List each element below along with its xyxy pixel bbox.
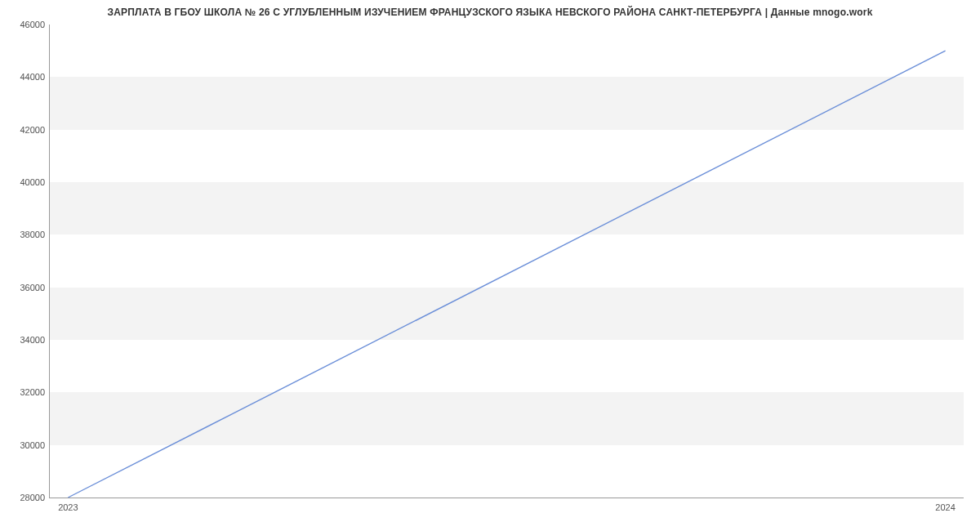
line-layer bbox=[50, 25, 964, 498]
chart-title: ЗАРПЛАТА В ГБОУ ШКОЛА № 26 С УГЛУБЛЕННЫМ… bbox=[0, 0, 980, 18]
y-tick-label: 32000 bbox=[20, 387, 50, 397]
y-tick-label: 44000 bbox=[20, 72, 50, 82]
y-tick-label: 36000 bbox=[20, 283, 50, 292]
y-tick-label: 38000 bbox=[20, 230, 50, 239]
y-tick-label: 46000 bbox=[20, 20, 50, 29]
data-line bbox=[68, 51, 945, 498]
y-tick-label: 28000 bbox=[20, 493, 50, 502]
y-tick-label: 40000 bbox=[20, 177, 50, 187]
y-tick-label: 30000 bbox=[20, 440, 50, 450]
y-tick-label: 34000 bbox=[20, 335, 50, 345]
x-tick-label: 2024 bbox=[935, 498, 955, 512]
y-tick-label: 42000 bbox=[20, 125, 50, 135]
chart-container: ЗАРПЛАТА В ГБОУ ШКОЛА № 26 С УГЛУБЛЕННЫМ… bbox=[0, 0, 980, 531]
x-tick-label: 2023 bbox=[58, 498, 78, 512]
plot-area: 2800030000320003400036000380004000042000… bbox=[49, 25, 964, 498]
